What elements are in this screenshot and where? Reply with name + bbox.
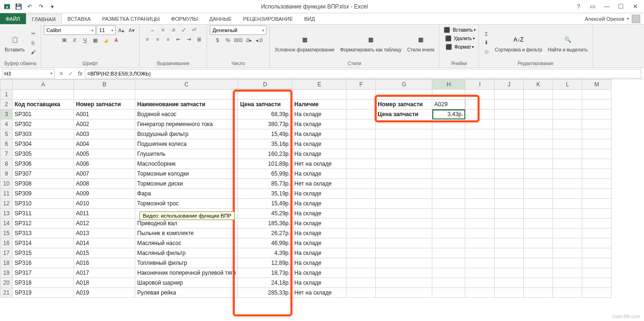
row-header[interactable]: 1 [0,90,13,100]
cell[interactable] [376,248,432,258]
cell[interactable] [465,268,495,278]
col-header-J[interactable]: J [495,80,524,90]
cell[interactable]: Номер запчасти [74,100,135,110]
cell[interactable]: Фара [135,189,238,199]
align-left-icon[interactable]: ≡ [142,35,152,43]
user-avatar[interactable] [632,15,640,23]
fill-icon[interactable]: ⬇ [482,39,491,47]
row-header[interactable]: 16 [0,238,13,248]
cell[interactable] [495,159,524,169]
cell[interactable]: На складе [292,268,347,278]
cell[interactable] [582,169,611,179]
cell[interactable]: 185,36р. [238,219,292,228]
cell[interactable] [553,209,582,219]
cell[interactable] [553,288,582,298]
cell[interactable]: Маслосборник [135,159,238,169]
underline-button[interactable]: Ч [80,36,90,44]
cell[interactable] [432,288,465,298]
cell[interactable] [347,139,376,149]
row-header[interactable]: 13 [0,209,13,219]
worksheet-grid[interactable]: A B C D E F G H I J K L M 12 Код поставщ… [0,79,644,321]
cell[interactable]: SP309 [13,189,74,199]
cell[interactable] [582,228,611,238]
cell[interactable] [465,149,495,159]
cell[interactable] [553,110,582,119]
cell[interactable] [524,159,553,169]
cell[interactable] [582,278,611,288]
row-header[interactable]: 21 [0,288,13,298]
cell[interactable] [582,179,611,189]
cell[interactable]: Наконечник поперечной рулевой тяги [135,268,238,278]
cell[interactable] [376,219,432,228]
cell[interactable] [582,90,611,100]
cell[interactable]: 160,23р. [238,149,292,159]
increase-decimal-icon[interactable]: .0▸ [244,36,253,44]
align-middle-icon[interactable]: ≡ [158,25,167,34]
cell[interactable] [582,199,611,209]
cell[interactable] [524,288,553,298]
cell[interactable]: Тормозные колодки [135,169,238,179]
col-header-C[interactable]: C [135,80,238,90]
cell[interactable] [347,278,376,288]
cell[interactable]: SP313 [13,228,74,238]
cell[interactable] [347,248,376,258]
cell[interactable] [347,159,376,169]
cell[interactable]: 46,99р. [238,238,292,248]
cell[interactable] [347,129,376,139]
row-header[interactable]: 6 [0,139,13,149]
cell[interactable]: SP318 [13,278,74,288]
col-header-H[interactable]: H [432,80,465,90]
cell[interactable] [347,209,376,219]
cell[interactable] [432,268,465,278]
cell[interactable] [495,288,524,298]
cell[interactable]: SP301 [13,110,74,119]
font-name-combo[interactable]: Calibri▾ [44,25,96,35]
cell[interactable]: 35,16р. [238,139,292,149]
increase-font-icon[interactable]: A▴ [116,26,126,34]
cell[interactable] [376,90,432,100]
cell[interactable]: A008 [74,179,135,189]
cell[interactable] [465,110,495,119]
cell[interactable] [376,189,432,199]
cell-selected[interactable]: 3,43р. [432,110,465,119]
cell[interactable]: 24,18р. [238,278,292,288]
cell[interactable] [582,288,611,298]
cell[interactable]: Рулевая рейка [135,288,238,298]
cell[interactable] [347,288,376,298]
cell[interactable] [582,149,611,159]
format-painter-icon[interactable]: 🖌 [28,48,38,56]
cell[interactable]: На складе [292,209,347,219]
cell[interactable] [495,179,524,189]
cell[interactable]: На складе [292,278,347,288]
cell[interactable] [376,169,432,179]
help-icon[interactable]: ? [573,3,584,10]
conditional-format-button[interactable]: ▦Условное форматирование [272,32,336,53]
cell[interactable]: Тормозной трос [135,199,238,209]
cell[interactable]: 65,99р. [238,169,292,179]
decrease-font-icon[interactable]: A▾ [127,26,136,34]
row-header[interactable]: 2 [0,100,13,110]
cell[interactable] [553,238,582,248]
cell[interactable] [347,90,376,100]
cell[interactable]: Наименование запчасти [135,100,238,110]
cell[interactable] [432,149,465,159]
cell[interactable]: Цена запчасти [376,110,432,119]
cell[interactable]: A006 [74,159,135,169]
cell[interactable] [376,159,432,169]
format-cells-icon[interactable]: ⬛ [444,42,454,51]
save-icon[interactable]: 💾 [13,1,24,12]
cell[interactable] [553,278,582,288]
cell[interactable]: Топливный фильтр [135,258,238,268]
cell[interactable] [347,110,376,119]
italic-button[interactable]: К [70,36,79,44]
cell[interactable] [465,288,495,298]
cell[interactable] [495,228,524,238]
row-header[interactable]: 10 [0,179,13,189]
cell[interactable] [432,258,465,268]
cell[interactable] [376,199,432,209]
close-icon[interactable]: ✕ [630,3,640,10]
cell[interactable] [376,179,432,189]
cell[interactable] [524,248,553,258]
cell[interactable]: A011 [74,209,135,219]
cell[interactable]: 85,73р. [238,179,292,189]
